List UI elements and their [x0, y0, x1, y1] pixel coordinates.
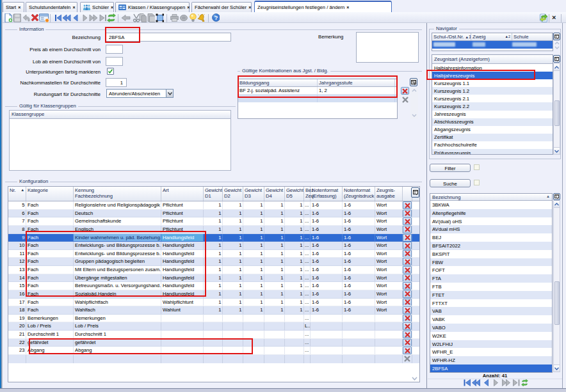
svg-text:?: ? — [214, 15, 218, 21]
